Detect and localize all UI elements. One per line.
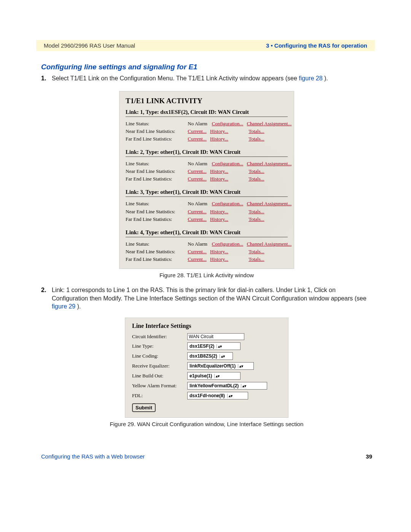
figure-28-link[interactable]: figure 28 bbox=[299, 75, 322, 81]
channel-assignment-link[interactable]: Channel Assignment... bbox=[247, 240, 292, 248]
totals-link[interactable]: Totals... bbox=[249, 135, 264, 143]
history-link[interactable]: History... bbox=[210, 256, 228, 263]
current-link[interactable]: Current... bbox=[188, 135, 206, 143]
screenshot-t1e1-activity: T1/E1 LINK ACTIVITY Link: 1, Type: dsx1E… bbox=[119, 91, 294, 269]
t: Link: 1 corresponds to Line 1 on the RAS… bbox=[52, 287, 336, 293]
current-link[interactable]: Current... bbox=[188, 208, 206, 216]
history-link[interactable]: History... bbox=[210, 168, 228, 175]
configuration-link[interactable]: Configuration... bbox=[212, 240, 244, 248]
select-value: dsx1B8ZS(2) bbox=[190, 353, 217, 359]
yellow-alarm-select[interactable]: linkYellowFormatDL(2) ▴▾ bbox=[187, 382, 267, 390]
history-link[interactable]: History... bbox=[210, 248, 228, 256]
submit-button[interactable]: Submit bbox=[132, 403, 156, 412]
line-status-label: Line Status: bbox=[126, 160, 186, 168]
line-type-select[interactable]: dsx1ESF(2) ▴▾ bbox=[187, 342, 241, 350]
configuration-link[interactable]: Configuration... bbox=[212, 120, 244, 128]
updown-icon: ▴▾ bbox=[241, 384, 245, 388]
t: The T1/E1 Link Activity window appears (… bbox=[176, 75, 299, 81]
far-end-row: Far End Line Statistics: Current... Hist… bbox=[126, 175, 288, 183]
current-link[interactable]: Current... bbox=[188, 216, 206, 223]
section-heading: Configuring line settings and signaling … bbox=[41, 63, 372, 71]
step-body: Select T1/E1 Link on the Configuration M… bbox=[52, 74, 328, 83]
near-end-row: Near End Line Statistics: Current... His… bbox=[126, 168, 288, 175]
history-link[interactable]: History... bbox=[210, 208, 228, 216]
t: The Line Interface Settings section of t… bbox=[124, 295, 366, 302]
step-2: 2. Link: 1 corresponds to Line 1 on the … bbox=[41, 286, 372, 311]
totals-link[interactable]: Totals... bbox=[249, 128, 264, 135]
line-coding-select[interactable]: dsx1B8ZS(2) ▴▾ bbox=[187, 352, 233, 360]
line-status-label: Line Status: bbox=[126, 200, 186, 208]
circuit-identifier-input[interactable] bbox=[187, 333, 244, 340]
near-end-label: Near End Line Statistics: bbox=[126, 128, 186, 135]
figure-28-caption: Figure 28. T1/E1 Link Activity window bbox=[41, 272, 372, 278]
line-build-out-select[interactable]: e1pulse(1) ▴▾ bbox=[187, 372, 241, 380]
circuit-identifier-row: Circuit Identifier: bbox=[132, 333, 282, 340]
current-link[interactable]: Current... bbox=[188, 256, 206, 263]
line-type-label: Line Type: bbox=[132, 343, 187, 349]
history-link[interactable]: History... bbox=[210, 216, 228, 223]
line-status-row: Line Status: No Alarm Configuration... C… bbox=[126, 120, 288, 128]
select-value: dsx1Fdl-none(8) bbox=[190, 393, 225, 398]
ui-term: Modify. bbox=[103, 295, 124, 302]
link-4-heading: Link: 4, Type: other(1), Circuit ID: WAN… bbox=[126, 229, 288, 237]
line-status-row: Line Status: No Alarm Configuration... C… bbox=[126, 240, 288, 248]
totals-link[interactable]: Totals... bbox=[249, 168, 264, 175]
line-build-out-label: Line Build Out: bbox=[132, 373, 187, 379]
current-link[interactable]: Current... bbox=[188, 248, 206, 256]
totals-link[interactable]: Totals... bbox=[249, 216, 264, 223]
updown-icon: ▴▾ bbox=[214, 374, 219, 378]
history-link[interactable]: History... bbox=[210, 128, 228, 135]
near-end-row: Near End Line Statistics: Current... His… bbox=[126, 208, 288, 216]
page-content: Configuring line settings and signaling … bbox=[41, 63, 372, 435]
yellow-alarm-label: Yellow Alarm Format: bbox=[132, 383, 187, 389]
channel-assignment-link[interactable]: Channel Assignment... bbox=[247, 120, 292, 128]
configuration-link[interactable]: Configuration... bbox=[212, 160, 244, 168]
history-link[interactable]: History... bbox=[210, 175, 228, 183]
channel-assignment-link[interactable]: Channel Assignment... bbox=[247, 160, 292, 168]
select-value: e1pulse(1) bbox=[190, 373, 212, 379]
totals-link[interactable]: Totals... bbox=[249, 248, 264, 256]
far-end-label: Far End Line Statistics: bbox=[126, 135, 186, 143]
link-3-heading: Link: 3, Type: other(1), Circuit ID: WAN… bbox=[126, 189, 288, 197]
figure-29-link[interactable]: figure 29 bbox=[52, 303, 75, 310]
far-end-label: Far End Line Statistics: bbox=[126, 256, 186, 263]
t: ). bbox=[324, 75, 328, 81]
near-end-row: Near End Line Statistics: Current... His… bbox=[126, 248, 288, 256]
line-status-value: No Alarm bbox=[188, 240, 210, 248]
far-end-row: Far End Line Statistics: Current... Hist… bbox=[126, 256, 288, 263]
t: ). bbox=[77, 303, 81, 310]
t: on the bbox=[101, 75, 120, 81]
channel-assignment-link[interactable]: Channel Assignment... bbox=[247, 200, 292, 208]
updown-icon: ▴▾ bbox=[238, 364, 242, 368]
t: Select bbox=[52, 75, 70, 81]
line-status-value: No Alarm bbox=[188, 200, 210, 208]
ui-term: T1/E1 Link bbox=[70, 75, 101, 81]
current-link[interactable]: Current... bbox=[188, 128, 206, 135]
link-2-block: Link: 2, Type: other(1), Circuit ID: WAN… bbox=[126, 149, 288, 183]
totals-link[interactable]: Totals... bbox=[249, 256, 264, 263]
receive-equalizer-select[interactable]: linkRxEqualizerOff(1) ▴▾ bbox=[187, 362, 254, 370]
page-footer: Configuring the RAS with a Web browser 3… bbox=[41, 453, 372, 460]
far-end-label: Far End Line Statistics: bbox=[126, 216, 186, 223]
screen-title: Line Interface Settings bbox=[132, 323, 282, 329]
totals-link[interactable]: Totals... bbox=[249, 175, 264, 183]
page-header: Model 2960/2996 RAS User Manual 3 • Conf… bbox=[36, 40, 375, 51]
circuit-identifier-label: Circuit Identifier: bbox=[132, 334, 187, 340]
chapter-title: 3 • Configuring the RAS for operation bbox=[266, 42, 367, 49]
doc-title: Model 2960/2996 RAS User Manual bbox=[44, 42, 135, 49]
current-link[interactable]: Current... bbox=[188, 175, 206, 183]
line-type-row: Line Type: dsx1ESF(2) ▴▾ bbox=[132, 342, 282, 350]
line-coding-row: Line Coding: dsx1B8ZS(2) ▴▾ bbox=[132, 352, 282, 360]
near-end-label: Near End Line Statistics: bbox=[126, 168, 186, 175]
select-value: dsx1ESF(2) bbox=[190, 343, 214, 349]
configuration-link[interactable]: Configuration... bbox=[212, 200, 244, 208]
fdl-select[interactable]: dsx1Fdl-none(8) ▴▾ bbox=[187, 392, 248, 399]
updown-icon: ▴▾ bbox=[227, 394, 232, 398]
ui-term: Configuration Menu. bbox=[120, 75, 176, 81]
step-body: Link: 1 corresponds to Line 1 on the RAS… bbox=[52, 286, 372, 311]
receive-equalizer-label: Receive Equalizer: bbox=[132, 363, 187, 369]
far-end-row: Far End Line Statistics: Current... Hist… bbox=[126, 135, 288, 143]
current-link[interactable]: Current... bbox=[188, 168, 206, 175]
history-link[interactable]: History... bbox=[210, 135, 228, 143]
totals-link[interactable]: Totals... bbox=[249, 208, 264, 216]
